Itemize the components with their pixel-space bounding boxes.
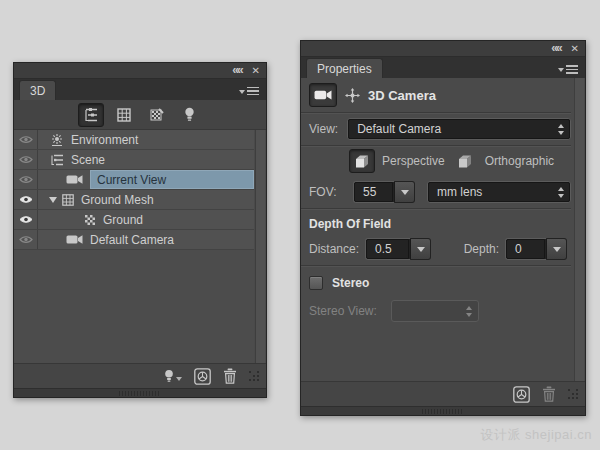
depth-input[interactable]: 0 [505,238,546,260]
eye-icon [19,175,33,184]
stereo-view-row: Stereo View: [301,296,571,326]
camera-icon [66,234,83,245]
stepper-icon [556,187,566,198]
mesh-grid-icon [117,108,131,122]
panel-menu-icon[interactable] [239,87,259,96]
scrollbar[interactable] [255,130,265,363]
close-icon[interactable]: ✕ [252,66,260,76]
delete-icon[interactable] [542,386,556,402]
fov-dropdown-button[interactable] [394,181,415,203]
environment-icon [50,133,64,147]
stereo-row: Stereo [301,266,571,296]
visibility-toggle[interactable] [14,190,38,209]
3d-filter-toolbar [14,100,266,130]
tree-row-default-camera[interactable]: Default Camera [14,230,254,250]
render-icon[interactable] [513,386,530,403]
fov-combo: 55 [353,181,415,203]
stereo-label: Stereo [332,276,369,290]
view-row: View: Default Camera [301,113,571,145]
resize-grip-icon[interactable] [249,371,260,382]
view-select[interactable]: Default Camera [347,118,571,140]
depth-of-field-header: Depth Of Field [301,209,571,233]
panel-drag-grip[interactable] [422,409,464,414]
camera-icon [66,174,83,185]
stepper-icon [464,306,474,317]
lens-unit-select[interactable]: mm lens [427,181,571,203]
scene-tree-icon [83,108,99,122]
depth-label: Depth: [464,242,499,256]
chevron-down-icon [401,190,409,195]
orthographic-cube-icon [457,154,473,169]
distance-input[interactable]: 0.5 [365,238,410,260]
tree-row-ground[interactable]: Ground [14,210,254,230]
chevron-down-icon [553,247,561,252]
depth-dropdown-button[interactable] [546,238,567,260]
panel-menu-icon[interactable] [558,65,578,74]
filter-meshes-button[interactable] [111,103,137,127]
materials-checker-icon [150,108,164,122]
3d-panel-tabbar: 3D [14,79,266,100]
depth-of-field-row: Distance: 0.5 Depth: 0 [301,233,571,265]
watermark: 设计派 shejipai.cn [480,426,592,444]
3d-panel-titlebar: «« ✕ [14,63,266,79]
properties-tabbar: Properties [301,57,585,78]
properties-header-row: 3D Camera [301,78,571,112]
camera-properties-button[interactable] [309,83,337,107]
tab-3d[interactable]: 3D [19,80,56,100]
3d-panel: «« ✕ 3D [13,62,267,398]
selected-item-highlight: Current View [90,170,254,189]
fov-input[interactable]: 55 [353,181,394,203]
visibility-toggle[interactable] [14,130,38,149]
filter-whole-scene-button[interactable] [78,103,104,127]
fov-label: FOV: [309,185,353,199]
mesh-icon [62,194,74,206]
scene-icon [50,154,64,166]
distance-dropdown-button[interactable] [410,238,431,260]
new-light-icon [164,369,174,383]
collapse-panel-icon[interactable]: «« [551,42,560,54]
resize-grip-icon[interactable] [568,389,579,400]
visibility-toggle[interactable] [14,150,38,169]
chevron-down-icon [176,377,182,381]
delete-icon[interactable] [223,368,237,384]
panel-drag-grip[interactable] [119,391,161,396]
material-icon [84,214,96,226]
filter-materials-button[interactable] [144,103,170,127]
stepper-icon [556,124,566,135]
coordinates-icon[interactable] [345,88,360,103]
perspective-label[interactable]: Perspective [382,154,445,168]
tab-properties[interactable]: Properties [306,58,383,78]
perspective-cube-icon [354,154,370,169]
perspective-button[interactable] [349,149,375,173]
properties-bottom-toolbar [301,381,585,406]
stereo-view-label: Stereo View: [309,304,385,318]
stereo-checkbox[interactable] [309,276,323,290]
projection-row: Perspective Orthographic [301,146,571,176]
depth-combo: 0 [505,238,567,260]
tree-row-scene[interactable]: Scene [14,150,254,170]
orthographic-label[interactable]: Orthographic [485,154,554,168]
visibility-toggle[interactable] [14,170,38,189]
chevron-down-icon [417,247,425,252]
stereo-view-select [391,300,479,322]
eye-icon [19,235,33,244]
properties-titlebar: «« ✕ [301,41,585,57]
visibility-toggle[interactable] [14,210,38,229]
close-icon[interactable]: ✕ [571,44,579,54]
scrollbar[interactable] [574,78,584,381]
visibility-toggle[interactable] [14,230,38,249]
render-icon[interactable] [194,368,211,385]
expander-icon[interactable] [49,197,57,203]
orthographic-button[interactable] [452,149,478,173]
properties-panel: «« ✕ Properties 3D [300,40,586,416]
eye-icon [19,215,33,224]
filter-lights-button[interactable] [177,103,203,127]
3d-scene-tree: Environment Scene [14,130,254,250]
tree-row-current-view[interactable]: Current View [14,170,254,190]
collapse-panel-icon[interactable]: «« [232,64,241,76]
eye-icon [19,195,33,204]
new-light-button[interactable] [164,369,182,383]
eye-icon [19,135,33,144]
tree-row-environment[interactable]: Environment [14,130,254,150]
tree-row-ground-mesh[interactable]: Ground Mesh [14,190,254,210]
